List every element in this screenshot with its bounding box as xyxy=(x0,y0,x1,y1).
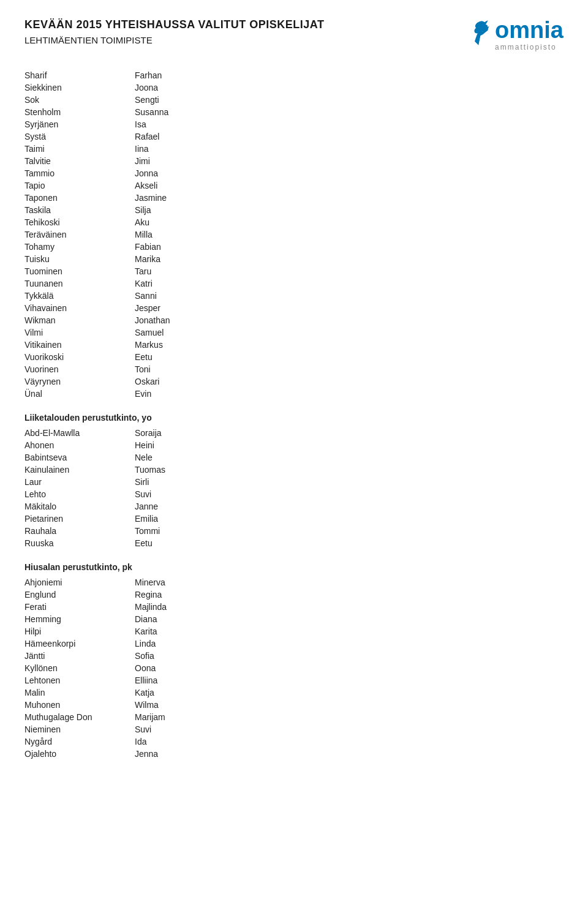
section-liiketalous: Liiketalouden perustutkinto, yo Abd-El-M… xyxy=(24,413,564,549)
student-last-name: Teräväinen xyxy=(24,229,135,240)
student-first-name: Minerva xyxy=(135,577,257,588)
student-last-name: Ruuska xyxy=(24,538,135,549)
student-first-name: Suvi xyxy=(135,724,257,735)
logo-subtitle: ammattiopisto xyxy=(495,43,557,51)
student-first-name: Jasmine xyxy=(135,192,257,203)
student-last-name: Siekkinen xyxy=(24,82,135,93)
student-first-name: Jonna xyxy=(135,168,257,179)
student-last-name: Vilmi xyxy=(24,327,135,338)
student-last-name: Kyllönen xyxy=(24,663,135,674)
student-last-name: Muhonen xyxy=(24,699,135,710)
student-first-name: Sanni xyxy=(135,290,257,301)
student-first-name: Heini xyxy=(135,440,257,451)
student-last-name: Stenholm xyxy=(24,107,135,118)
logo-area: omnia ammattiopisto xyxy=(459,18,564,51)
liiketalous-students: Abd-El-MawllaSoraijaAhonenHeiniBabintsev… xyxy=(24,427,564,549)
student-first-name: Karita xyxy=(135,626,257,637)
student-last-name: Sok xyxy=(24,94,135,105)
student-last-name: Tammio xyxy=(24,168,135,179)
student-last-name: Malin xyxy=(24,687,135,698)
student-last-name: Vuorinen xyxy=(24,364,135,375)
main-title: KEVÄÄN 2015 YHTEISHAUSSA VALITUT OPISKEL… xyxy=(24,18,324,31)
student-first-name: Toni xyxy=(135,364,257,375)
section-hiusala: Hiusalan perustutkinto, pk AhjoniemiMine… xyxy=(24,562,564,759)
student-last-name: Tuunanen xyxy=(24,278,135,289)
student-first-name: Evin xyxy=(135,388,257,399)
student-first-name: Marika xyxy=(135,254,257,265)
student-first-name: Farhan xyxy=(135,70,257,81)
student-last-name: Englund xyxy=(24,589,135,600)
student-first-name: Sofia xyxy=(135,650,257,661)
student-first-name: Soraija xyxy=(135,427,257,438)
student-last-name: Tuisku xyxy=(24,254,135,265)
student-first-name: Jimi xyxy=(135,156,257,167)
student-last-name: Muthugalage Don xyxy=(24,712,135,723)
student-first-name: Linda xyxy=(135,638,257,649)
student-first-name: Sirli xyxy=(135,476,257,487)
student-first-name: Suvi xyxy=(135,489,257,500)
student-first-name: Ida xyxy=(135,736,257,747)
student-last-name: Talvitie xyxy=(24,156,135,167)
student-first-name: Joona xyxy=(135,82,257,93)
student-last-name: Hilpi xyxy=(24,626,135,637)
student-first-name: Tommi xyxy=(135,525,257,536)
student-first-name: Eetu xyxy=(135,352,257,363)
page-header: KEVÄÄN 2015 YHTEISHAUSSA VALITUT OPISKEL… xyxy=(24,18,564,51)
student-last-name: Ojalehto xyxy=(24,748,135,759)
student-first-name: Elliina xyxy=(135,675,257,686)
student-last-name: Nieminen xyxy=(24,724,135,735)
student-first-name: Jonathan xyxy=(135,315,257,326)
student-first-name: Marijam xyxy=(135,712,257,723)
student-first-name: Katja xyxy=(135,687,257,698)
student-first-name: Eetu xyxy=(135,538,257,549)
student-last-name: Ahonen xyxy=(24,440,135,451)
student-first-name: Isa xyxy=(135,119,257,130)
student-last-name: Kainulainen xyxy=(24,464,135,475)
student-first-name: Rafael xyxy=(135,131,257,142)
student-last-name: Jäntti xyxy=(24,650,135,661)
student-first-name: Susanna xyxy=(135,107,257,118)
header-titles: KEVÄÄN 2015 YHTEISHAUSSA VALITUT OPISKEL… xyxy=(24,18,324,45)
student-last-name: Mäkitalo xyxy=(24,501,135,512)
student-last-name: Ahjoniemi xyxy=(24,577,135,588)
student-first-name: Akseli xyxy=(135,180,257,191)
student-last-name: Abd-El-Mawlla xyxy=(24,427,135,438)
student-first-name: Emilia xyxy=(135,513,257,524)
student-last-name: Väyrynen xyxy=(24,376,135,387)
student-last-name: Pietarinen xyxy=(24,513,135,524)
student-last-name: Ünal xyxy=(24,388,135,399)
student-first-name: Oskari xyxy=(135,376,257,387)
student-last-name: Taimi xyxy=(24,143,135,154)
student-first-name: Nele xyxy=(135,452,257,463)
student-last-name: Sharif xyxy=(24,70,135,81)
student-first-name: Majlinda xyxy=(135,601,257,612)
student-last-name: Tykkälä xyxy=(24,290,135,301)
main-students-list: SharifFarhanSiekkinenJoonaSokSengtiStenh… xyxy=(24,70,564,399)
liiketalous-title: Liiketalouden perustutkinto, yo xyxy=(24,413,564,423)
student-last-name: Ferati xyxy=(24,601,135,612)
student-last-name: Rauhala xyxy=(24,525,135,536)
hiusala-students: AhjoniemiMinervaEnglundReginaFeratiMajli… xyxy=(24,577,564,759)
student-first-name: Samuel xyxy=(135,327,257,338)
student-last-name: Babintseva xyxy=(24,452,135,463)
student-first-name: Jesper xyxy=(135,303,257,314)
student-last-name: Hemming xyxy=(24,614,135,625)
student-last-name: Tohamy xyxy=(24,241,135,252)
student-last-name: Systä xyxy=(24,131,135,142)
student-first-name: Regina xyxy=(135,589,257,600)
student-first-name: Oona xyxy=(135,663,257,674)
student-first-name: Tuomas xyxy=(135,464,257,475)
student-first-name: Diana xyxy=(135,614,257,625)
student-first-name: Wilma xyxy=(135,699,257,710)
student-first-name: Milla xyxy=(135,229,257,240)
student-first-name: Aku xyxy=(135,217,257,228)
logo-name: omnia xyxy=(495,18,564,42)
student-first-name: Silja xyxy=(135,205,257,216)
student-last-name: Lehtonen xyxy=(24,675,135,686)
student-first-name: Iina xyxy=(135,143,257,154)
student-first-name: Markus xyxy=(135,339,257,350)
student-first-name: Sengti xyxy=(135,94,257,105)
student-first-name: Katri xyxy=(135,278,257,289)
student-last-name: Nygård xyxy=(24,736,135,747)
student-first-name: Taru xyxy=(135,266,257,277)
